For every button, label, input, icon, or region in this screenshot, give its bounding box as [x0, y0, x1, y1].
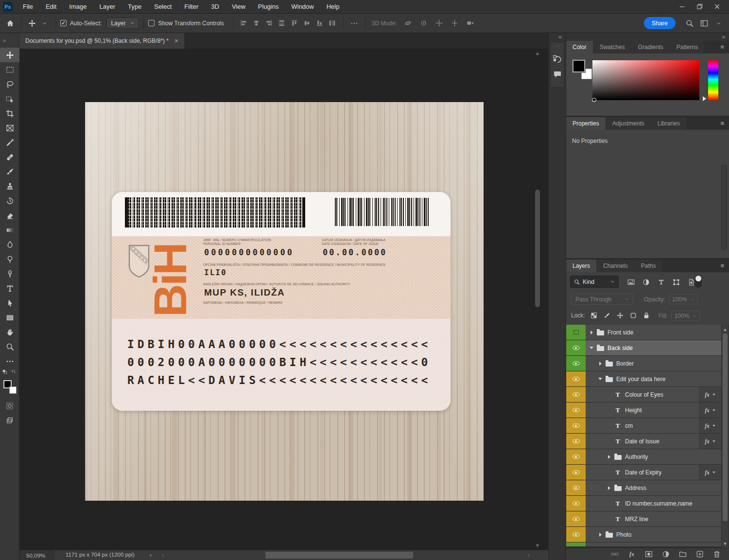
layer-row-photo[interactable]: Photo [566, 527, 721, 542]
eraser-tool[interactable] [0, 208, 19, 223]
color-panel-menu-icon[interactable]: ≡ [715, 41, 729, 53]
3d-roll-button[interactable] [417, 17, 430, 30]
layer-name[interactable]: Height [625, 407, 642, 414]
layer-row-id-number-surname-name[interactable]: TID number,surname,name [566, 496, 721, 511]
distribute-horizontal-centers-button[interactable] [326, 17, 339, 30]
align-right-edges-button[interactable] [263, 17, 276, 30]
layer-visibility-cell[interactable] [566, 465, 586, 480]
3d-pan-button[interactable] [433, 17, 446, 30]
caret-collapsed-icon[interactable] [596, 362, 604, 366]
color-tab-swatches[interactable]: Swatches [593, 41, 631, 53]
workspace-chevron[interactable] [712, 17, 725, 30]
layer-visibility-cell[interactable] [566, 371, 586, 386]
layer-name[interactable]: ID number,surname,name [625, 500, 693, 507]
layer-fx-badge[interactable]: fx [699, 418, 721, 433]
share-button[interactable]: Share [644, 17, 676, 29]
menu-help[interactable]: Help [320, 0, 346, 14]
layers-scroll-down[interactable]: ▼ [722, 540, 729, 547]
layers-tab-layers[interactable]: Layers [566, 260, 596, 272]
minimize-button[interactable] [677, 1, 687, 12]
caret-collapsed-icon[interactable] [605, 455, 613, 459]
color-foreground-swatch[interactable] [573, 60, 585, 72]
properties-tab-adjustments[interactable]: Adjustments [606, 117, 651, 130]
eye-visible-icon[interactable] [573, 423, 580, 428]
layers-scrollbar[interactable]: ▲ ▼ [722, 325, 729, 548]
eye-visible-icon[interactable] [573, 501, 580, 506]
align-bottom-edges-button[interactable] [313, 17, 326, 30]
dock-grip[interactable] [555, 45, 560, 48]
tab-close-icon[interactable]: × [174, 37, 178, 45]
lock-artboard-button[interactable] [628, 311, 639, 321]
new-layer-button[interactable] [695, 550, 704, 559]
menu-3d[interactable]: 3D [205, 0, 226, 14]
menu-view[interactable]: View [226, 0, 252, 14]
dock-collapse[interactable]: « [549, 33, 566, 41]
properties-scrollbar[interactable] [721, 165, 727, 249]
layers-panel-menu-icon[interactable]: ≡ [715, 260, 729, 272]
layer-visibility-cell[interactable] [566, 340, 586, 355]
blur-tool[interactable] [0, 237, 19, 252]
color-gradient-field[interactable] [592, 60, 699, 100]
eye-visible-icon[interactable] [573, 455, 580, 459]
properties-panel-menu-icon[interactable]: ≡ [715, 117, 729, 130]
menu-window[interactable]: Window [285, 0, 320, 14]
close-button[interactable] [712, 1, 722, 12]
swap-colors-icon[interactable] [11, 369, 17, 375]
properties-tab-libraries[interactable]: Libraries [651, 117, 686, 130]
home-button[interactable] [4, 17, 17, 30]
layer-effects-button[interactable]: fx [627, 550, 636, 559]
move-tool[interactable] [0, 48, 19, 62]
filter-shape-button[interactable] [671, 277, 681, 287]
layer-fx-badge[interactable]: fx [699, 465, 721, 480]
menu-type[interactable]: Type [122, 0, 148, 14]
eyedropper-tool[interactable] [0, 135, 19, 150]
lock-transparent-pixels-button[interactable] [589, 311, 599, 321]
type-tool[interactable] [0, 281, 19, 296]
filter-image-button[interactable] [625, 277, 636, 287]
layer-row-date-of-issue[interactable]: TDate of Issuefx [566, 434, 721, 449]
canvas-area[interactable]: BiH JMBГ JMБ / NUMERO D'IMMATRICULATIONP… [19, 49, 548, 550]
layer-row-height[interactable]: THeightfx [566, 402, 721, 418]
caret-collapsed-icon[interactable] [605, 486, 613, 490]
caret-collapsed-icon[interactable] [596, 533, 604, 537]
blend-mode-dropdown[interactable]: Pass Through [571, 294, 633, 305]
canvas-vertical-scrollbar[interactable]: ▲ ▼ [534, 50, 541, 549]
layer-name[interactable]: Front side [608, 329, 633, 336]
eye-visible-icon[interactable] [573, 392, 580, 397]
caret-expanded-icon[interactable] [596, 378, 604, 380]
restore-button[interactable] [694, 1, 705, 12]
spot-healing-brush-tool[interactable] [0, 150, 19, 164]
menu-file[interactable]: File [17, 0, 39, 14]
more-tools[interactable] [0, 354, 19, 368]
status-expand-chevron[interactable]: › [150, 551, 152, 559]
filter-toggle-switch[interactable] [695, 275, 702, 288]
dodge-tool[interactable] [0, 252, 19, 266]
menu-layer[interactable]: Layer [93, 0, 122, 14]
align-left-edges-button[interactable] [238, 17, 250, 30]
eye-visible-icon[interactable] [573, 377, 580, 381]
tool-preset-chevron[interactable] [38, 17, 51, 30]
layer-name[interactable]: cm [625, 422, 633, 429]
fill-value[interactable]: 100% [671, 311, 700, 321]
document-tab[interactable]: Documents for you.psd @ 50,1% (Back side… [19, 33, 184, 49]
screen-mode-button[interactable] [0, 413, 19, 428]
layers-tab-paths[interactable]: Paths [635, 260, 662, 272]
layer-name[interactable]: Back side [608, 345, 633, 351]
eye-visible-icon[interactable] [573, 408, 580, 412]
show-transform-checkbox[interactable] [148, 20, 155, 26]
layer-name[interactable]: Edit your data here [616, 376, 665, 383]
distribute-vertical-centers-button[interactable] [276, 17, 288, 30]
layer-visibility-cell[interactable] [566, 325, 586, 340]
layer-name[interactable]: Photo [616, 531, 631, 538]
layer-visibility-cell[interactable] [566, 434, 586, 449]
lock-position-button[interactable] [615, 311, 625, 321]
quick-mask-button[interactable] [0, 399, 19, 413]
eye-visible-icon[interactable] [573, 470, 580, 474]
layers-tab-channels[interactable]: Channels [597, 260, 634, 272]
gradient-tool[interactable] [0, 223, 19, 237]
path-selection-tool[interactable] [0, 296, 19, 310]
clone-stamp-tool[interactable] [0, 179, 19, 193]
layer-row-colour-of-eyes[interactable]: TColour of Eyesfx [566, 387, 721, 402]
layer-visibility-cell[interactable] [566, 356, 586, 371]
layer-name[interactable]: Colour of Eyes [625, 391, 663, 398]
